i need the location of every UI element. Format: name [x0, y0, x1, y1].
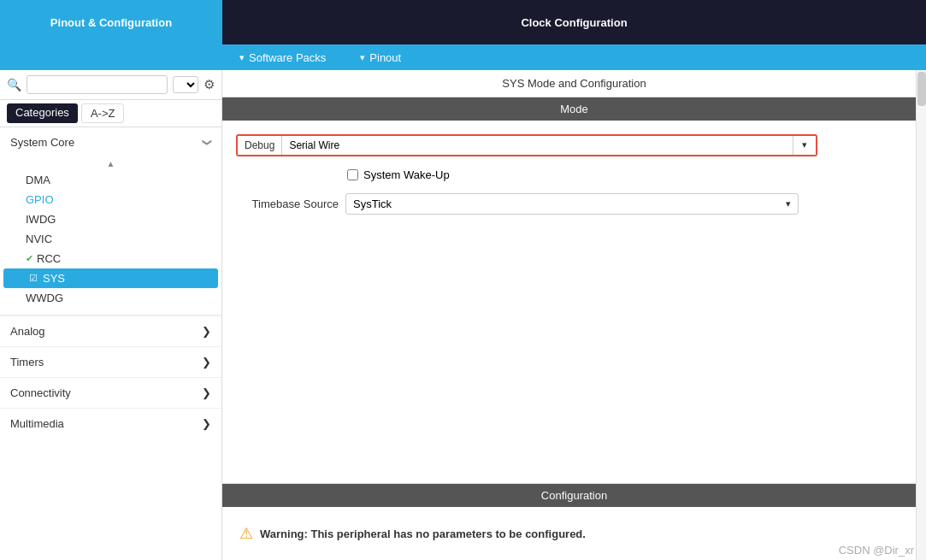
- dropdown-arrow-icon: ▾: [786, 198, 791, 209]
- gear-icon[interactable]: ⚙: [203, 77, 215, 92]
- system-core-header[interactable]: System Core ❯: [0, 127, 221, 157]
- software-packs-menu[interactable]: ▾ Software Packs: [222, 44, 343, 70]
- warning-icon: ⚠: [239, 524, 253, 543]
- content-spacer: [222, 240, 926, 483]
- sidebar: 🔍 ⚙ Categories A->Z System Core: [0, 70, 222, 560]
- sidebar-item-wwdg[interactable]: WWDG: [0, 288, 221, 308]
- chevron-down-icon: ▾: [360, 52, 365, 63]
- checkbox-icon: ☑: [29, 273, 38, 284]
- pinout-config-header[interactable]: Pinout & Configuration: [0, 0, 222, 44]
- tab-bar: Categories A->Z: [0, 100, 221, 127]
- checkmark-icon: ✔: [26, 253, 33, 264]
- scrollbar[interactable]: [916, 70, 926, 560]
- sidebar-category-analog[interactable]: Analog ❯: [0, 315, 221, 346]
- system-wakeup-checkbox[interactable]: [347, 169, 358, 180]
- chevron-right-icon: ❯: [202, 386, 211, 399]
- chevron-right-icon: ❯: [202, 139, 213, 146]
- config-section: Configuration ⚠ Warning: This peripheral…: [222, 483, 926, 560]
- debug-row: Debug Serial Wire ▾: [236, 134, 912, 156]
- scroll-up-arrow[interactable]: ▲: [107, 159, 115, 168]
- chevron-right-icon: ❯: [202, 325, 211, 338]
- scrollbar-thumb[interactable]: [917, 72, 926, 106]
- system-core-section: System Core ❯ ▲ DMA GPIO: [0, 127, 221, 315]
- chevron-down-icon: ▾: [239, 52, 245, 63]
- search-dropdown[interactable]: [173, 76, 198, 93]
- system-wakeup-row: System Wake-Up: [236, 168, 912, 181]
- config-section-header: Configuration: [222, 484, 926, 507]
- tab-categories[interactable]: Categories: [7, 103, 78, 123]
- sidebar-category-connectivity[interactable]: Connectivity ❯: [0, 377, 221, 408]
- chevron-right-icon: ❯: [202, 417, 211, 430]
- content-title: SYS Mode and Configuration: [222, 70, 926, 97]
- pinout-menu[interactable]: ▾ Pinout: [343, 44, 418, 70]
- sidebar-category-multimedia[interactable]: Multimedia ❯: [0, 408, 221, 439]
- system-core-items: ▲ DMA GPIO IWDG NVIC: [0, 157, 221, 315]
- clock-config-header[interactable]: Clock Configuration: [222, 0, 926, 44]
- sidebar-item-nvic[interactable]: NVIC: [0, 229, 221, 249]
- warning-message: Warning: This peripheral has no paramete…: [260, 528, 586, 540]
- search-bar: 🔍 ⚙: [0, 70, 221, 100]
- timebase-dropdown[interactable]: SysTick ▾: [345, 193, 799, 215]
- watermark: CSDN @Dir_xr: [839, 544, 914, 557]
- sidebar-item-dma[interactable]: DMA: [0, 170, 221, 190]
- mode-section-header: Mode: [222, 97, 926, 121]
- debug-dropdown[interactable]: Debug Serial Wire ▾: [236, 134, 817, 156]
- tab-az[interactable]: A->Z: [81, 103, 125, 123]
- sidebar-item-sys[interactable]: ☑ SYS: [3, 268, 218, 288]
- main-content: SYS Mode and Configuration Mode Debug Se…: [222, 70, 926, 560]
- sidebar-item-gpio[interactable]: GPIO: [0, 190, 221, 209]
- sidebar-category-timers[interactable]: Timers ❯: [0, 346, 221, 377]
- search-input[interactable]: [27, 75, 168, 94]
- mode-section: Debug Serial Wire ▾ System Wake-Up Timeb…: [222, 121, 926, 240]
- dropdown-arrow-icon: ▾: [793, 136, 816, 155]
- config-content: ⚠ Warning: This peripheral has no parame…: [222, 507, 926, 560]
- sidebar-item-rcc[interactable]: ✔ RCC: [0, 249, 221, 268]
- chevron-right-icon: ❯: [202, 356, 211, 368]
- sidebar-item-iwdg[interactable]: IWDG: [0, 209, 221, 229]
- search-icon: 🔍: [7, 78, 21, 91]
- timebase-row: Timebase Source SysTick ▾: [236, 193, 912, 215]
